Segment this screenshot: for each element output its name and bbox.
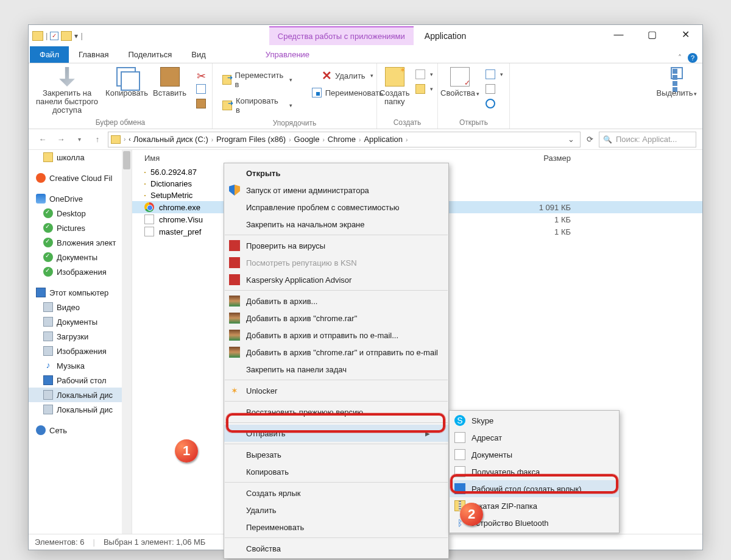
sidebar-item[interactable]: Изображения (29, 264, 132, 279)
sidebar-item[interactable]: Сеть (29, 423, 132, 438)
sidebar-item[interactable]: Creative Cloud Fil (29, 171, 132, 185)
breadcrumb-segment[interactable]: Program Files (x86) (215, 135, 287, 144)
history-button[interactable] (482, 97, 507, 110)
menu-item[interactable]: Посмотреть репутацию в KSN (224, 254, 448, 271)
menu-item[interactable]: Проверить на вирусы (224, 237, 448, 254)
properties-button[interactable]: Свойства▾ (440, 65, 479, 98)
menu-item[interactable]: Запуск от имени администратора (224, 182, 448, 199)
breadcrumb-segment[interactable]: Локальный диск (C:) (132, 135, 210, 144)
select-button[interactable]: Выделить▾ (656, 65, 697, 98)
maximize-button[interactable]: ▢ (635, 27, 669, 45)
help-icon[interactable]: ? (688, 53, 697, 63)
back-button[interactable]: ← (35, 132, 51, 147)
navigation-pane[interactable]: школлаCreative Cloud FilOneDriveDesktopP… (29, 150, 132, 534)
menu-item[interactable]: Добавить в архив "chrome.rar" (224, 310, 448, 327)
menu-item[interactable]: Добавить в архив и отправить по e-mail..… (224, 327, 448, 344)
menu-item[interactable]: ✶Unlocker (224, 382, 448, 399)
cut-button[interactable]: ✂ (192, 68, 210, 80)
breadcrumb-segment[interactable]: Application (362, 135, 404, 144)
menu-item[interactable]: Добавить в архив... (224, 292, 448, 310)
menu-item[interactable]: Документы (450, 446, 619, 463)
up-button[interactable]: ↑ (90, 132, 105, 147)
sidebar-item[interactable]: школла (29, 150, 132, 165)
close-button[interactable]: ✕ (669, 27, 702, 45)
menu-item-label: Добавить в архив "chrome.rar" и отправит… (246, 348, 438, 357)
menu-item[interactable]: Исправление проблем с совместимостью (224, 199, 448, 216)
menu-item[interactable]: Свойства (224, 540, 448, 557)
breadcrumb-segment[interactable]: Google (293, 135, 321, 144)
sidebar-item[interactable]: Видео (29, 300, 132, 314)
menu-item[interactable]: Kaspersky Application Advisor (224, 271, 448, 288)
sidebar-item[interactable]: Вложения элект (29, 235, 132, 250)
minimize-button[interactable]: — (602, 27, 635, 45)
menu-item[interactable]: Адресат (450, 429, 619, 446)
menu-item-label: Исправление проблем с совместимостью (246, 203, 400, 212)
sidebar-item[interactable]: Документы (29, 250, 132, 264)
menu-item[interactable]: Переименовать (224, 519, 448, 536)
qat-overflow[interactable]: ▾ (74, 32, 78, 40)
green-icon (43, 267, 53, 277)
refresh-button[interactable]: ⟳ (583, 132, 596, 147)
menu-item[interactable]: Копировать (224, 463, 448, 480)
sidebar-item[interactable]: Локальный дис (29, 388, 132, 402)
copy-to-button[interactable]: Копировать в▾ (219, 95, 296, 116)
context-menu[interactable]: ОткрытьЗапуск от имени администратораИсп… (224, 163, 449, 559)
menu-item[interactable]: Закрепить на начальном экране (224, 216, 448, 233)
sidebar-item[interactable]: Загрузки (29, 329, 132, 344)
menu-item[interactable]: Добавить в архив "chrome.rar" и отправит… (224, 344, 448, 361)
menu-item[interactable]: Восстановить прежнюю версию (224, 403, 448, 420)
col-size[interactable]: Размер (522, 154, 595, 163)
copy-button[interactable]: Копировать (105, 65, 147, 97)
sidebar-scrollbar[interactable] (122, 150, 132, 534)
sidebar-item[interactable]: Этот компьютер (29, 285, 132, 300)
open-button[interactable]: ▾ (482, 68, 507, 80)
paste-button[interactable]: Вставить (149, 65, 190, 97)
col-name[interactable]: Имя (132, 154, 522, 163)
sidebar-item[interactable]: Desktop (29, 206, 132, 221)
tab-share[interactable]: Поделиться (118, 46, 182, 63)
sidebar-item[interactable]: OneDrive (29, 191, 132, 206)
copy-path-button[interactable] (192, 83, 210, 95)
rename-button[interactable]: Переименовать (308, 87, 387, 99)
new-folder-button[interactable]: Создать папку (380, 65, 409, 106)
menu-item[interactable]: Вырезать (224, 446, 448, 463)
sidebar-item[interactable]: Рабочий стол (29, 373, 132, 388)
easy-access-button[interactable]: ▾ (412, 83, 437, 95)
new-item-button[interactable]: ▾ (412, 68, 437, 80)
sidebar-item[interactable]: Pictures (29, 221, 132, 235)
sidebar-item[interactable]: Документы (29, 314, 132, 329)
folder-icon[interactable] (61, 31, 72, 41)
checkbox-icon[interactable]: ✓ (50, 32, 58, 40)
folder-icon (144, 195, 146, 196)
tab-view[interactable]: Вид (182, 46, 216, 63)
recent-button[interactable]: ▾ (71, 132, 87, 147)
sidebar-item[interactable]: Локальный дис (29, 402, 132, 417)
sidebar-item[interactable]: Изображения (29, 344, 132, 358)
tab-file[interactable]: Файл (30, 46, 69, 63)
new-folder-icon (385, 67, 404, 87)
forward-button[interactable]: → (53, 132, 69, 147)
menu-item[interactable]: SSkype (450, 412, 619, 429)
sidebar-item-label: Creative Cloud Fil (49, 174, 112, 183)
menu-item[interactable]: Создать ярлык (224, 484, 448, 502)
pin-quick-access-button[interactable]: Закрепить на панели быстрого доступа (31, 65, 103, 115)
breadcrumb-segment[interactable]: Chrome (327, 135, 357, 144)
sidebar-item[interactable]: Музыка (29, 358, 132, 373)
menu-item[interactable]: Рабочий стол (создать ярлык) (450, 480, 619, 497)
tab-manage[interactable]: Управление (256, 46, 319, 63)
move-to-button[interactable]: Переместить в▾ (219, 69, 296, 90)
collapse-ribbon-icon[interactable]: ˄ (678, 54, 682, 62)
breadcrumb-path[interactable]: ›‹ Локальный диск (C:)›Program Files (x8… (108, 132, 581, 147)
edit-button[interactable] (482, 83, 507, 95)
menu-item[interactable]: Получатель факса (450, 463, 619, 480)
delete-button[interactable]: ✕Удалить▾ (318, 69, 377, 82)
titlebar: | ✓ ▾ | Средства работы с приложениями A… (29, 25, 702, 46)
menu-item[interactable]: Закрепить на панели задач (224, 361, 448, 378)
menu-item[interactable]: Удалить (224, 502, 448, 519)
menu-item[interactable]: Открыть (224, 165, 448, 182)
path-dropdown[interactable]: ⌄ (564, 135, 577, 144)
menu-item[interactable]: Отправить▶ (224, 425, 448, 442)
paste-shortcut-button[interactable] (192, 97, 210, 110)
search-box[interactable]: 🔍 Поиск: Applicat... (599, 132, 696, 147)
tab-home[interactable]: Главная (69, 46, 118, 63)
